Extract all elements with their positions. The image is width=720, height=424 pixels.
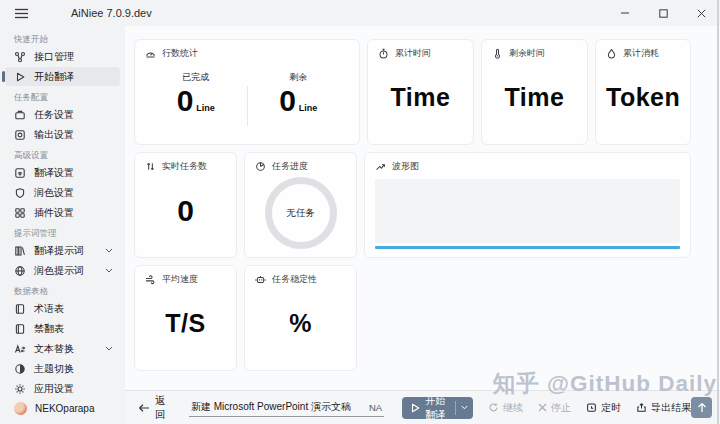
stat-label: 剩余 xyxy=(248,71,350,84)
sidebar-item-plugin-settings[interactable]: 插件设置 xyxy=(5,203,120,222)
theme-icon xyxy=(14,363,26,375)
remaining-lines-value: 0 xyxy=(279,87,296,114)
notebook-icon xyxy=(14,303,26,315)
total-tokens-value: Token xyxy=(606,83,680,112)
timer-label: 定时 xyxy=(601,401,621,415)
titlebar: AiNiee 7.0.9.dev xyxy=(0,0,720,26)
sidebar-item-label: 翻译设置 xyxy=(34,166,74,180)
shield-icon xyxy=(14,187,26,199)
api-nodes-icon xyxy=(14,51,26,63)
sidebar-item-start-translation[interactable]: 开始翻译 xyxy=(5,67,120,86)
sidebar-item-output-settings[interactable]: 输出设置 xyxy=(5,125,120,144)
live-tasks-value: 0 xyxy=(177,194,194,228)
sidebar-item-translation-prompts[interactable]: 翻译提示词 xyxy=(5,242,120,261)
text-swap-icon xyxy=(14,343,26,355)
chevron-down-icon[interactable] xyxy=(105,346,113,351)
remaining-time-value: Time xyxy=(505,83,565,112)
sidebar-item-label: 输出设置 xyxy=(34,128,74,142)
stat-label: 已完成 xyxy=(145,71,247,84)
card-title-label: 任务稳定性 xyxy=(272,275,317,284)
sidebar-item-label: 接口管理 xyxy=(34,50,74,64)
sidebar-item-nekoparapa[interactable]: NEKOparapa xyxy=(5,399,120,418)
refresh-icon xyxy=(488,402,499,413)
progress-status: 无任务 xyxy=(286,207,315,220)
sidebar-item-polish-settings[interactable]: 润色设置 xyxy=(5,183,120,202)
card-total-tokens: 累计消耗 Token xyxy=(595,39,691,145)
card-title-label: 任务进度 xyxy=(272,162,308,171)
minimize-icon[interactable] xyxy=(606,0,644,26)
card-stability: 任务稳定性 % xyxy=(244,265,357,371)
sidebar-item-label: NEKOparapa xyxy=(35,403,94,414)
waveform-plot-area xyxy=(375,179,680,243)
translate-settings-icon xyxy=(14,167,26,179)
globe-icon xyxy=(14,265,26,277)
export-results-button[interactable]: 导出结果 xyxy=(636,401,691,415)
sidebar-section-task-config: 任务配置 xyxy=(0,87,125,106)
remaining-lines-unit: Line xyxy=(299,103,318,114)
filename-field[interactable]: NA xyxy=(189,399,384,417)
sidebar-footer: 主题切换 应用设置 NEKOparapa xyxy=(0,359,125,424)
sidebar-item-no-translate-table[interactable]: 禁翻表 xyxy=(5,319,120,338)
continue-button[interactable]: 继续 xyxy=(488,401,523,415)
back-arrow-icon xyxy=(138,403,150,413)
export-icon xyxy=(636,402,647,413)
hamburger-menu-icon[interactable] xyxy=(15,2,45,24)
stat-remaining: 剩余 0 Line xyxy=(248,71,350,115)
sidebar-item-label: 禁翻表 xyxy=(34,322,64,336)
speedometer-icon xyxy=(145,48,156,59)
scroll-up-button[interactable] xyxy=(691,397,712,418)
notebook-icon xyxy=(14,323,26,335)
maximize-icon[interactable] xyxy=(644,0,682,26)
card-remaining-time: 剩余时间 Time xyxy=(481,39,588,145)
robot-icon xyxy=(255,274,266,285)
filename-input[interactable] xyxy=(191,402,369,413)
card-title-label: 累计时间 xyxy=(395,49,431,58)
sidebar-item-label: 开始翻译 xyxy=(34,70,74,84)
sidebar-item-label: 插件设置 xyxy=(34,206,74,220)
window-controls xyxy=(606,0,720,26)
sidebar-item-glossary[interactable]: 术语表 xyxy=(5,300,120,319)
card-title-label: 实时任务数 xyxy=(162,162,207,171)
sidebar-item-label: 应用设置 xyxy=(34,382,74,396)
filename-suffix: NA xyxy=(369,402,382,413)
arrow-up-icon xyxy=(697,402,707,413)
plugin-grid-icon xyxy=(14,207,26,219)
bottom-toolbar: 返回 NA 开始翻译 继续 停止 定时 xyxy=(125,390,720,424)
thermometer-icon xyxy=(492,48,503,59)
briefcase-icon xyxy=(14,109,26,121)
x-icon xyxy=(538,403,547,412)
sidebar-item-label: 润色设置 xyxy=(34,186,74,200)
sidebar-item-api-management[interactable]: 接口管理 xyxy=(5,48,120,67)
chevron-down-icon[interactable] xyxy=(456,397,473,419)
sidebar: 快速开始 接口管理 开始翻译 任务配置 任务设置 输出设置 xyxy=(0,26,125,424)
sidebar-item-task-settings[interactable]: 任务设置 xyxy=(5,106,120,125)
sidebar-item-app-settings[interactable]: 应用设置 xyxy=(5,379,120,398)
books-icon xyxy=(14,245,26,257)
sidebar-item-translation-settings[interactable]: 翻译设置 xyxy=(5,164,120,183)
dashboard-row-1: 行数统计 已完成 0 Line 剩余 0 xyxy=(134,39,691,145)
card-title-label: 平均速度 xyxy=(162,275,198,284)
sidebar-item-theme-switch[interactable]: 主题切换 xyxy=(5,359,120,378)
progress-ring: 无任务 xyxy=(265,177,337,249)
sidebar-item-polish-prompts[interactable]: 润色提示词 xyxy=(5,261,120,280)
start-translation-button[interactable]: 开始翻译 xyxy=(402,397,473,419)
sidebar-item-text-replace[interactable]: 文本替换 xyxy=(5,339,120,358)
chevron-down-icon[interactable] xyxy=(105,268,113,273)
back-button[interactable]: 返回 xyxy=(131,390,175,424)
trend-arrow-icon xyxy=(375,161,386,172)
close-icon[interactable] xyxy=(682,0,720,26)
card-avg-speed: 平均速度 T/S xyxy=(134,265,237,371)
card-title-label: 行数统计 xyxy=(162,49,198,58)
app-title: AiNiee 7.0.9.dev xyxy=(71,7,152,19)
avatar xyxy=(14,402,27,415)
start-translation-label: 开始翻译 xyxy=(425,397,446,419)
timer-icon xyxy=(586,402,597,413)
chevron-down-icon[interactable] xyxy=(105,248,113,253)
timer-button[interactable]: 定时 xyxy=(586,401,621,415)
pie-chart-icon xyxy=(255,161,266,172)
updown-arrows-icon xyxy=(145,161,156,172)
stop-button[interactable]: 停止 xyxy=(538,401,571,415)
card-waveform: 波形图 xyxy=(364,152,691,258)
sidebar-item-label: 润色提示词 xyxy=(34,264,84,278)
stability-value: % xyxy=(289,309,312,338)
